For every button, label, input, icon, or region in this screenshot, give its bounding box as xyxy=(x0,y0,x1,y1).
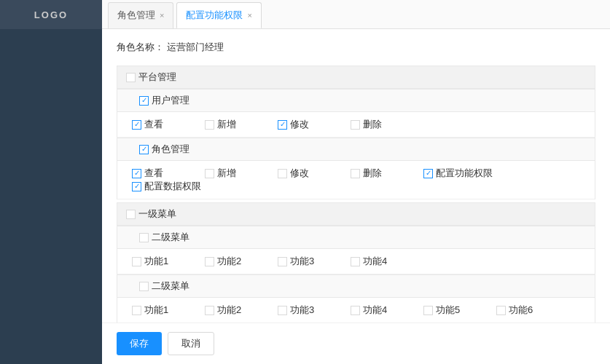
perm-cb[interactable] xyxy=(132,306,141,315)
perm-item: 功能5 xyxy=(423,304,489,317)
perm-item: 功能3 xyxy=(278,255,343,268)
tab-config-perm-label: 配置功能权限 xyxy=(186,9,243,22)
platform-label: 平台管理 xyxy=(138,71,176,84)
perm-item: 新增 xyxy=(205,167,270,180)
perm-item: 功能2 xyxy=(205,304,270,317)
perm-cb[interactable] xyxy=(205,257,214,266)
sub-header-level2-2: 二级菜单 xyxy=(117,274,595,298)
perm-item: 配置数据权限 xyxy=(132,180,212,193)
perm-label-edit2: 修改 xyxy=(290,167,309,180)
platform-checkbox[interactable] xyxy=(126,73,136,82)
perm-lbl: 功能4 xyxy=(363,304,387,317)
role-mgmt-perms: 查看 新增 修改 删除 配置功能权限 xyxy=(117,161,595,199)
perm-cb[interactable] xyxy=(496,306,506,315)
perm-item: 新增 xyxy=(205,118,270,131)
perm-label-view2: 查看 xyxy=(144,167,163,180)
tab-config-perm[interactable]: 配置功能权限 × xyxy=(176,2,261,28)
level2-menu1-checkbox[interactable] xyxy=(139,233,149,242)
perm-item: 功能1 xyxy=(132,255,198,268)
perm-cb[interactable] xyxy=(132,257,141,266)
perm-lbl: 功能6 xyxy=(509,304,533,317)
perm-item: 功能2 xyxy=(205,255,270,268)
level2-menu2-checkbox[interactable] xyxy=(139,282,149,291)
main-content: 角色管理 × 配置功能权限 × 角色名称： 运营部门经理 平台管理 用户管理 xyxy=(102,0,610,364)
perm-item: 删除 xyxy=(351,167,416,180)
perm-cb[interactable] xyxy=(351,257,360,266)
logo: LOGO xyxy=(0,0,102,29)
perm-checkbox-edit2[interactable] xyxy=(278,169,287,178)
perm-checkbox-add2[interactable] xyxy=(205,169,214,178)
perm-item: 功能1 xyxy=(132,304,198,317)
perm-item: 修改 xyxy=(278,118,343,131)
perm-item: 功能3 xyxy=(278,304,343,317)
perm-lbl: 功能5 xyxy=(436,304,460,317)
level2-menu1-label: 二级菜单 xyxy=(152,231,189,244)
perm-lbl: 功能1 xyxy=(144,255,168,268)
perm-label-del1: 删除 xyxy=(363,118,382,131)
perm-item: 修改 xyxy=(278,167,343,180)
tab-config-perm-close[interactable]: × xyxy=(247,11,251,20)
sub-header-role-mgmt: 角色管理 xyxy=(117,138,595,161)
perm-item: 功能6 xyxy=(496,304,562,317)
sidebar: LOGO xyxy=(0,0,102,364)
perm-checkbox-view1[interactable] xyxy=(132,120,141,130)
sub-header-user-mgmt: 用户管理 xyxy=(117,89,595,112)
sub-header-level2-1: 二级菜单 xyxy=(117,226,595,249)
perm-label-configdata: 配置数据权限 xyxy=(144,180,201,193)
perm-item: 查看 xyxy=(132,167,198,180)
cancel-button[interactable]: 取消 xyxy=(168,332,214,355)
role-name-label: 角色名称： xyxy=(117,41,164,52)
tab-role-mgmt-close[interactable]: × xyxy=(160,11,164,20)
user-mgmt-checkbox[interactable] xyxy=(139,96,149,106)
role-name-row: 角色名称： 运营部门经理 xyxy=(117,41,595,54)
perm-label-edit1: 修改 xyxy=(290,118,309,131)
perm-label-del2: 删除 xyxy=(363,167,382,180)
user-mgmt-perms: 查看 新增 修改 删除 xyxy=(117,112,595,138)
perm-checkbox-edit1[interactable] xyxy=(278,120,287,130)
level1-menu-label: 一级菜单 xyxy=(138,207,176,221)
perm-item: 功能4 xyxy=(351,255,416,268)
perm-checkbox-del1[interactable] xyxy=(351,120,360,130)
level2-menu2-label: 二级菜单 xyxy=(152,280,189,293)
section-platform-mgmt: 平台管理 用户管理 查看 新增 修改 xyxy=(117,66,595,199)
perm-checkbox-del2[interactable] xyxy=(351,169,360,178)
perm-lbl: 功能4 xyxy=(363,255,387,268)
section-level1-header: 一级菜单 xyxy=(117,202,595,226)
perm-cb[interactable] xyxy=(423,306,433,315)
level1-menu-checkbox[interactable] xyxy=(126,210,136,219)
perm-lbl: 功能3 xyxy=(290,255,314,268)
save-button[interactable]: 保存 xyxy=(117,332,162,355)
perm-lbl: 功能2 xyxy=(217,304,241,317)
section-level1-menu: 一级菜单 二级菜单 功能1 功能2 功能3 xyxy=(117,202,595,323)
perm-label-configperm: 配置功能权限 xyxy=(436,167,493,180)
perm-label-view1: 查看 xyxy=(144,118,163,131)
perm-checkbox-view2[interactable] xyxy=(132,169,141,178)
perm-cb[interactable] xyxy=(278,257,287,266)
perm-checkbox-add1[interactable] xyxy=(205,120,214,130)
role-mgmt-checkbox[interactable] xyxy=(139,145,149,154)
tabs-bar: 角色管理 × 配置功能权限 × xyxy=(102,0,610,29)
perm-cb[interactable] xyxy=(278,306,287,315)
perm-item: 配置功能权限 xyxy=(423,167,504,180)
level2-menu2-perms: 功能1 功能2 功能3 功能4 功能5 xyxy=(117,298,595,323)
perm-lbl: 功能3 xyxy=(290,304,314,317)
role-name-value: 运营部门经理 xyxy=(167,41,224,52)
level2-menu1-perms: 功能1 功能2 功能3 功能4 xyxy=(117,249,595,274)
tab-role-mgmt[interactable]: 角色管理 × xyxy=(108,2,173,28)
tab-role-mgmt-label: 角色管理 xyxy=(117,9,155,22)
page-content: 角色名称： 运营部门经理 平台管理 用户管理 查看 新增 xyxy=(102,29,610,323)
perm-checkbox-configdata[interactable] xyxy=(132,182,141,191)
perm-cb[interactable] xyxy=(205,306,214,315)
perm-item: 查看 xyxy=(132,118,198,131)
role-mgmt-label: 角色管理 xyxy=(152,143,189,156)
perm-item: 删除 xyxy=(351,118,416,131)
btn-row: 保存 取消 xyxy=(102,323,610,364)
perm-lbl: 功能2 xyxy=(217,255,241,268)
perm-label-add1: 新增 xyxy=(217,118,236,131)
perm-item: 功能4 xyxy=(351,304,416,317)
user-mgmt-label: 用户管理 xyxy=(152,94,189,107)
perm-lbl: 功能1 xyxy=(144,304,168,317)
perm-checkbox-configperm[interactable] xyxy=(423,169,433,178)
section-platform-header: 平台管理 xyxy=(117,66,595,89)
perm-cb[interactable] xyxy=(351,306,360,315)
